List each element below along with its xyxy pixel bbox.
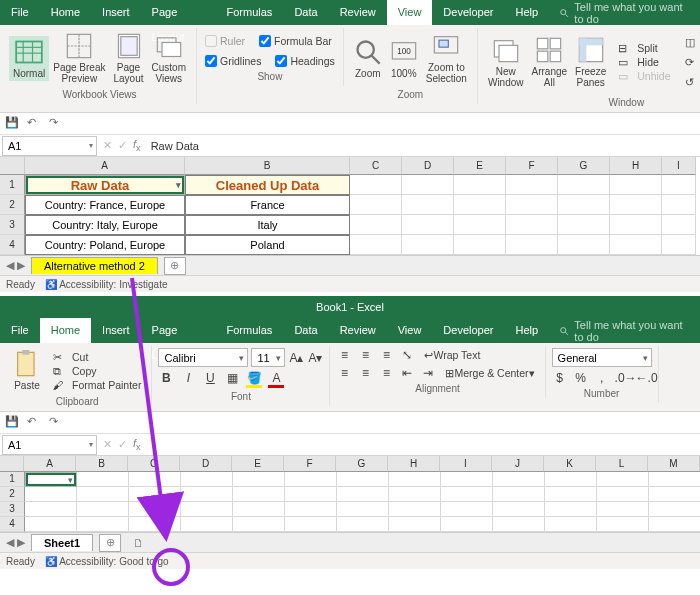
empty-cell[interactable] bbox=[337, 487, 389, 502]
freeze-panes-button[interactable]: Freeze Panes bbox=[571, 34, 610, 90]
orientation-icon[interactable]: ⤡ bbox=[399, 348, 415, 362]
normal-view-button[interactable]: Normal bbox=[9, 36, 49, 81]
ruler-checkbox[interactable]: Ruler bbox=[203, 34, 247, 48]
align-left-icon[interactable]: ≡ bbox=[336, 366, 352, 380]
empty-cell[interactable] bbox=[285, 517, 337, 532]
tell-me-search[interactable]: Tell me what you want to do bbox=[549, 318, 700, 343]
split-button[interactable]: ⊟Split bbox=[614, 42, 674, 54]
column-header[interactable]: F bbox=[284, 456, 336, 472]
cancel-icon[interactable]: ✕ bbox=[103, 438, 112, 451]
table-cell[interactable]: Country: Italy, Europe bbox=[25, 215, 185, 235]
empty-cell[interactable] bbox=[506, 215, 558, 235]
cut-button[interactable]: ✂Cut bbox=[49, 351, 145, 363]
empty-cell[interactable] bbox=[181, 472, 233, 487]
empty-cell[interactable] bbox=[77, 472, 129, 487]
synchronous-button[interactable]: ⟳Synchronous bbox=[681, 56, 701, 68]
align-bottom-icon[interactable]: ≡ bbox=[378, 348, 394, 362]
row-header[interactable]: 1 bbox=[0, 175, 25, 195]
tab-review[interactable]: Review bbox=[329, 318, 387, 343]
empty-cell[interactable] bbox=[25, 487, 77, 502]
align-top-icon[interactable]: ≡ bbox=[336, 348, 352, 362]
empty-cell[interactable] bbox=[506, 195, 558, 215]
zoom-100-button[interactable]: 100 100% bbox=[386, 36, 422, 81]
font-size-select[interactable]: 11 bbox=[251, 348, 285, 367]
undo-icon[interactable]: ↶ bbox=[27, 415, 43, 431]
empty-cell[interactable] bbox=[337, 472, 389, 487]
empty-cell[interactable] bbox=[662, 175, 696, 195]
align-right-icon[interactable]: ≡ bbox=[378, 366, 394, 380]
tab-file[interactable]: File bbox=[0, 0, 40, 25]
cancel-icon[interactable]: ✕ bbox=[103, 139, 112, 152]
empty-cell[interactable] bbox=[402, 195, 454, 215]
sheet-nav-prev-icon[interactable]: ◀ bbox=[6, 259, 14, 272]
row-header[interactable]: 4 bbox=[0, 235, 25, 255]
fill-color-button[interactable]: 🪣 bbox=[246, 371, 262, 388]
font-color-button[interactable]: A bbox=[268, 371, 284, 388]
select-all-corner[interactable] bbox=[0, 157, 25, 175]
row-header[interactable]: 2 bbox=[0, 195, 25, 215]
merge-center-button[interactable]: ⊞ Merge & Center ▾ bbox=[441, 366, 538, 380]
zoom-button[interactable]: Zoom bbox=[350, 36, 386, 81]
empty-cell[interactable] bbox=[597, 517, 649, 532]
empty-cell[interactable] bbox=[181, 487, 233, 502]
empty-cell[interactable] bbox=[441, 487, 493, 502]
table-header-cell[interactable]: Raw Data bbox=[25, 175, 185, 195]
wrap-text-button[interactable]: ↩ Wrap Text bbox=[420, 348, 484, 362]
decrease-font-icon[interactable]: A▾ bbox=[307, 351, 323, 365]
increase-indent-icon[interactable]: ⇥ bbox=[420, 366, 436, 380]
sheet-tab-sheet1[interactable]: Sheet1 bbox=[31, 534, 93, 551]
empty-cell[interactable] bbox=[389, 487, 441, 502]
empty-cell[interactable] bbox=[389, 502, 441, 517]
empty-cell[interactable] bbox=[454, 215, 506, 235]
column-header[interactable]: B bbox=[185, 157, 350, 175]
new-sheet-button-bottom[interactable]: ⊕ bbox=[99, 534, 121, 552]
empty-cell[interactable] bbox=[649, 487, 700, 502]
column-header[interactable]: H bbox=[388, 456, 440, 472]
tab-developer[interactable]: Developer bbox=[432, 318, 504, 343]
empty-cell[interactable] bbox=[350, 175, 402, 195]
zoom-to-selection-button[interactable]: Zoom to Selection bbox=[422, 30, 471, 86]
save-icon[interactable]: 💾 bbox=[5, 415, 21, 431]
tab-page-layout[interactable]: Page Layout bbox=[141, 318, 216, 343]
empty-cell[interactable] bbox=[350, 235, 402, 255]
increase-decimal-icon[interactable]: .0→ bbox=[615, 371, 631, 385]
tab-data[interactable]: Data bbox=[283, 318, 328, 343]
table-cell[interactable]: Poland bbox=[185, 235, 350, 255]
empty-cell[interactable] bbox=[610, 195, 662, 215]
format-painter-button[interactable]: 🖌Format Painter bbox=[49, 379, 145, 391]
select-all-corner[interactable] bbox=[0, 456, 24, 472]
table-cell[interactable]: Country: France, Europe bbox=[25, 195, 185, 215]
decrease-indent-icon[interactable]: ⇤ bbox=[399, 366, 415, 380]
formula-bar-checkbox[interactable]: Formula Bar bbox=[257, 34, 334, 48]
empty-cell[interactable] bbox=[233, 502, 285, 517]
empty-cell[interactable] bbox=[233, 472, 285, 487]
empty-cell[interactable] bbox=[649, 472, 700, 487]
empty-cell[interactable] bbox=[454, 175, 506, 195]
sheet-nav-next-icon[interactable]: ▶ bbox=[17, 536, 25, 549]
align-middle-icon[interactable]: ≡ bbox=[357, 348, 373, 362]
table-header-cell[interactable]: Cleaned Up Data bbox=[185, 175, 350, 195]
empty-cell[interactable] bbox=[493, 487, 545, 502]
column-header[interactable]: H bbox=[610, 157, 662, 175]
empty-cell[interactable] bbox=[25, 502, 77, 517]
empty-cell[interactable] bbox=[129, 472, 181, 487]
copy-button[interactable]: ⧉Copy bbox=[49, 365, 145, 377]
empty-cell[interactable] bbox=[402, 235, 454, 255]
empty-cell[interactable] bbox=[441, 502, 493, 517]
table-cell[interactable]: Country: Poland, Europe bbox=[25, 235, 185, 255]
table-cell[interactable]: France bbox=[185, 195, 350, 215]
number-format-select[interactable]: General bbox=[552, 348, 652, 367]
empty-cell[interactable] bbox=[181, 502, 233, 517]
empty-cell[interactable] bbox=[285, 487, 337, 502]
empty-cell[interactable] bbox=[662, 235, 696, 255]
empty-cell[interactable] bbox=[597, 487, 649, 502]
tab-view[interactable]: View bbox=[387, 0, 433, 25]
redo-icon[interactable]: ↷ bbox=[49, 415, 65, 431]
empty-cell[interactable] bbox=[77, 502, 129, 517]
reset-window-button[interactable]: ↺Reset Window bbox=[681, 70, 701, 94]
empty-cell[interactable] bbox=[25, 517, 77, 532]
column-header[interactable]: I bbox=[440, 456, 492, 472]
view-side-by-side-button[interactable]: ◫View Side by Side bbox=[681, 30, 701, 54]
empty-cell[interactable] bbox=[506, 175, 558, 195]
empty-cell[interactable] bbox=[337, 517, 389, 532]
